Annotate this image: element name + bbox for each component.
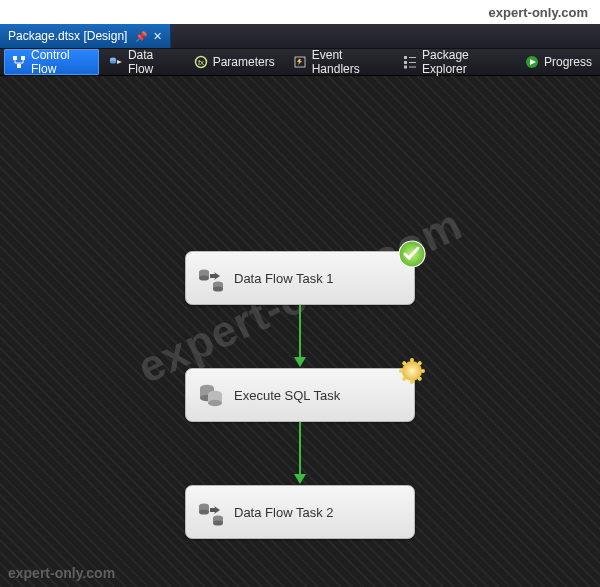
task-label: Data Flow Task 2 — [234, 505, 333, 520]
toolbar-label: Data Flow — [128, 48, 176, 76]
package-explorer-icon — [403, 55, 417, 69]
svg-rect-13 — [409, 62, 416, 63]
tab-event-handlers[interactable]: Event Handlers — [285, 49, 393, 75]
ssis-designer-window: Package.dtsx [Design] 📌 ✕ Control Flow D… — [0, 24, 600, 587]
data-flow-task-icon — [196, 498, 224, 526]
svg-point-18 — [199, 275, 209, 280]
svg-rect-0 — [13, 56, 17, 60]
tab-parameters[interactable]: fx Parameters — [186, 49, 283, 75]
toolbar-label: Progress — [544, 55, 592, 69]
tab-data-flow[interactable]: Data Flow — [101, 49, 184, 75]
svg-rect-12 — [409, 57, 416, 58]
connector-arrowhead — [294, 357, 306, 367]
parameters-icon: fx — [194, 55, 208, 69]
svg-point-32 — [199, 509, 209, 514]
svg-rect-10 — [404, 61, 407, 64]
connector-arrow[interactable] — [299, 422, 301, 474]
data-flow-icon — [109, 55, 123, 69]
event-handlers-icon — [293, 55, 307, 69]
close-tab-icon[interactable]: ✕ — [153, 30, 162, 43]
progress-icon — [525, 55, 539, 69]
svg-point-5 — [110, 60, 116, 63]
document-tab-title: Package.dtsx [Design] — [8, 29, 127, 43]
toolbar-label: Event Handlers — [312, 48, 385, 76]
tab-progress[interactable]: Progress — [517, 49, 600, 75]
svg-text:fx: fx — [198, 58, 204, 67]
control-flow-icon — [12, 55, 26, 69]
watermark-corner: expert-only.com — [8, 565, 115, 581]
data-flow-task-icon — [196, 264, 224, 292]
svg-rect-1 — [21, 56, 25, 60]
tab-control-flow[interactable]: Control Flow — [4, 49, 99, 75]
connector-arrow[interactable] — [299, 305, 301, 357]
svg-rect-14 — [409, 67, 416, 68]
control-flow-canvas[interactable]: expert-only.com Data Flow Task 1 — [0, 76, 600, 587]
connector-arrowhead — [294, 474, 306, 484]
status-running-icon — [398, 357, 426, 385]
task-node[interactable]: Data Flow Task 1 — [185, 251, 415, 305]
task-label: Data Flow Task 1 — [234, 271, 333, 286]
svg-point-28 — [208, 400, 222, 406]
task-label: Execute SQL Task — [234, 388, 340, 403]
toolbar-label: Package Explorer — [422, 48, 507, 76]
pin-icon[interactable]: 📌 — [135, 31, 147, 42]
execute-sql-task-icon — [196, 381, 224, 409]
svg-rect-11 — [404, 66, 407, 69]
svg-point-21 — [213, 286, 223, 291]
brand-header: expert-only.com — [0, 0, 600, 24]
svg-rect-9 — [404, 56, 407, 59]
toolbar-label: Parameters — [213, 55, 275, 69]
tab-package-explorer[interactable]: Package Explorer — [395, 49, 515, 75]
task-node[interactable]: Data Flow Task 2 — [185, 485, 415, 539]
document-tab-active[interactable]: Package.dtsx [Design] 📌 ✕ — [0, 24, 171, 48]
status-success-icon — [398, 240, 426, 268]
document-tabbar: Package.dtsx [Design] 📌 ✕ — [0, 24, 600, 48]
toolbar-label: Control Flow — [31, 48, 91, 76]
brand-text: expert-only.com — [489, 5, 588, 20]
task-node[interactable]: Execute SQL Task — [185, 368, 415, 422]
designer-toolbar: Control Flow Data Flow fx Parameters Eve… — [0, 48, 600, 76]
svg-point-35 — [213, 520, 223, 525]
